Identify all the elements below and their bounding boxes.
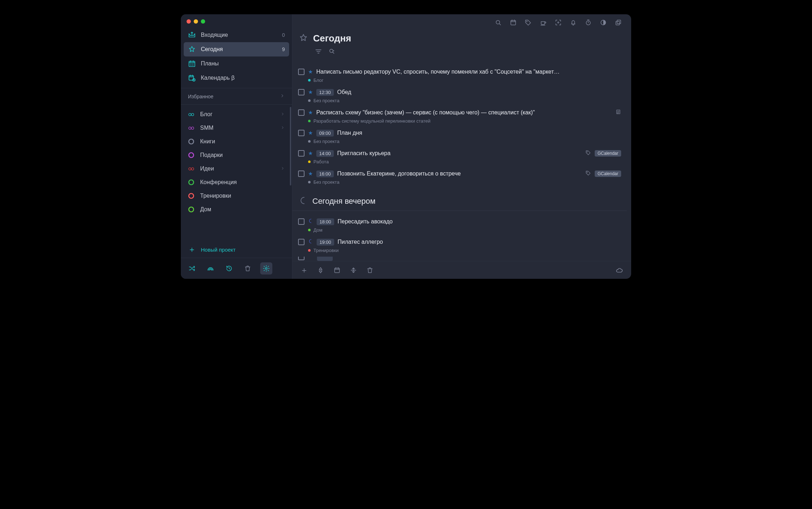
chevron-right-icon xyxy=(280,93,285,99)
star-filled-icon: ★ xyxy=(308,89,313,95)
task-item[interactable]: ★ 09:00 План дня Без проекта xyxy=(292,126,627,145)
nav-today[interactable]: Сегодня 9 xyxy=(184,42,289,56)
time-badge: 16:00 xyxy=(316,171,334,177)
settings-button[interactable] xyxy=(260,262,272,275)
priority-button[interactable] xyxy=(315,264,327,276)
add-task-button[interactable]: ＋ xyxy=(298,264,310,276)
focus-button[interactable] xyxy=(552,16,565,29)
project-блог[interactable]: Блог xyxy=(184,108,289,121)
view-title: Сегодня xyxy=(313,33,351,44)
project-тренировки[interactable]: Тренировки xyxy=(184,189,289,203)
moon-filled-icon xyxy=(308,239,313,245)
rainbow-button[interactable] xyxy=(204,262,217,275)
calendar-button[interactable] xyxy=(507,16,520,29)
task-title: Пригласить курьера xyxy=(337,150,582,157)
time-badge xyxy=(317,257,333,261)
project-ring-icon xyxy=(188,138,194,145)
task-title: Написать письмо редактору VC, спросить, … xyxy=(316,69,621,75)
svg-rect-16 xyxy=(511,20,515,25)
shuffle-button[interactable] xyxy=(186,262,198,275)
project-подарки[interactable]: Подарки xyxy=(184,148,289,162)
partial-cutoff-task xyxy=(292,254,627,261)
project-дом[interactable]: Дом xyxy=(184,203,289,216)
task-project: Тренировки xyxy=(313,248,338,253)
chevron-right-icon xyxy=(281,166,285,172)
project-ring-icon xyxy=(188,165,194,172)
task-item[interactable]: 18:00 Пересадить авокадо Дом xyxy=(292,214,627,234)
evening-section-header[interactable]: Сегодня вечером xyxy=(292,188,627,211)
project-книги[interactable]: Книги xyxy=(184,135,289,148)
projects-list: Блог SMM Книги Подарки Идеи Конференция … xyxy=(181,105,292,241)
tag-button[interactable] xyxy=(522,16,535,29)
search-button[interactable] xyxy=(492,16,505,29)
filter-tag-button[interactable] xyxy=(328,48,336,55)
checkbox[interactable] xyxy=(298,257,304,260)
notifications-button[interactable] xyxy=(567,16,580,29)
project-label: Блог xyxy=(200,111,213,118)
svg-point-18 xyxy=(558,22,559,23)
inbox-icon xyxy=(188,31,196,39)
task-checkbox[interactable] xyxy=(298,89,304,95)
trash-button[interactable] xyxy=(242,262,254,275)
task-item[interactable]: ★ 14:00 Пригласить курьера GCalendar Раб… xyxy=(292,146,627,166)
top-toolbar xyxy=(292,14,631,31)
task-item[interactable]: ★ 12:30 Обед Без проекта xyxy=(292,85,627,105)
project-идеи[interactable]: Идеи xyxy=(184,162,289,176)
scrollbar-thumb[interactable] xyxy=(290,107,291,186)
nav-calendar[interactable]: Календарь β xyxy=(184,71,289,85)
time-badge: 12:30 xyxy=(316,89,334,96)
view-header: Сегодня xyxy=(292,31,627,45)
task-checkbox[interactable] xyxy=(298,218,304,225)
move-button[interactable] xyxy=(347,264,360,276)
task-item[interactable]: ★ Написать письмо редактору VC, спросить… xyxy=(292,65,627,84)
minimize-window-button[interactable] xyxy=(194,19,198,24)
project-smm[interactable]: SMM xyxy=(184,121,289,135)
note-icon xyxy=(615,109,621,116)
sync-button[interactable] xyxy=(613,264,625,276)
close-window-button[interactable] xyxy=(187,19,191,24)
project-ring-icon xyxy=(188,125,194,131)
content-scroll[interactable]: Сегодня ★ Написать письмо редактору VC, … xyxy=(292,31,631,261)
evening-task-list: 18:00 Пересадить авокадо Дом 19:00 Пилат… xyxy=(292,211,627,254)
history-button[interactable] xyxy=(223,262,235,275)
task-project: Дом xyxy=(313,227,322,233)
task-item[interactable]: ★ Расписать схему "бизнес (зачем) — серв… xyxy=(292,105,627,125)
project-конференция[interactable]: Конференция xyxy=(184,176,289,189)
new-window-button[interactable] xyxy=(612,16,625,29)
filter-button[interactable] xyxy=(315,48,322,55)
task-checkbox[interactable] xyxy=(298,109,304,116)
task-checkbox[interactable] xyxy=(298,171,304,177)
svg-point-6 xyxy=(191,127,194,129)
coffee-button[interactable] xyxy=(537,16,550,29)
task-project: Разработать систему модульной перелинков… xyxy=(313,118,430,124)
task-item[interactable]: ★ 16:00 Позвонить Екатерине, договоритьс… xyxy=(292,167,627,186)
delete-button[interactable] xyxy=(364,264,376,276)
svg-point-5 xyxy=(189,127,191,129)
window-controls xyxy=(181,14,292,27)
schedule-button[interactable] xyxy=(331,264,343,276)
task-checkbox[interactable] xyxy=(298,239,304,245)
favorites-section-toggle[interactable]: Избранное xyxy=(181,88,292,105)
task-checkbox[interactable] xyxy=(298,69,304,75)
today-task-list: ★ Написать письмо редактору VC, спросить… xyxy=(292,61,627,186)
sidebar-bottom-toolbar xyxy=(181,258,292,279)
new-project-button[interactable]: ＋ Новый проект xyxy=(181,241,292,258)
moon-filled-icon xyxy=(308,218,313,225)
task-item[interactable]: 19:00 Пилатес аллегро Тренировки xyxy=(292,235,627,254)
theme-button[interactable] xyxy=(597,16,610,29)
app-window: Входящие 0 Сегодня 9 Планы К xyxy=(181,14,631,279)
project-color-dot xyxy=(308,181,311,183)
nav-label: Планы xyxy=(201,60,219,67)
project-label: Дом xyxy=(200,206,211,213)
project-color-dot xyxy=(308,229,311,231)
task-checkbox[interactable] xyxy=(298,130,304,136)
task-tag: GCalendar xyxy=(595,150,621,157)
zoom-window-button[interactable] xyxy=(201,19,205,24)
project-color-dot xyxy=(308,160,311,163)
task-checkbox[interactable] xyxy=(298,150,304,157)
svg-point-25 xyxy=(587,152,587,152)
nav-plans[interactable]: Планы xyxy=(184,56,289,71)
timer-button[interactable] xyxy=(582,16,595,29)
nav-inbox[interactable]: Входящие 0 xyxy=(184,28,289,42)
project-ring-icon xyxy=(188,206,194,213)
